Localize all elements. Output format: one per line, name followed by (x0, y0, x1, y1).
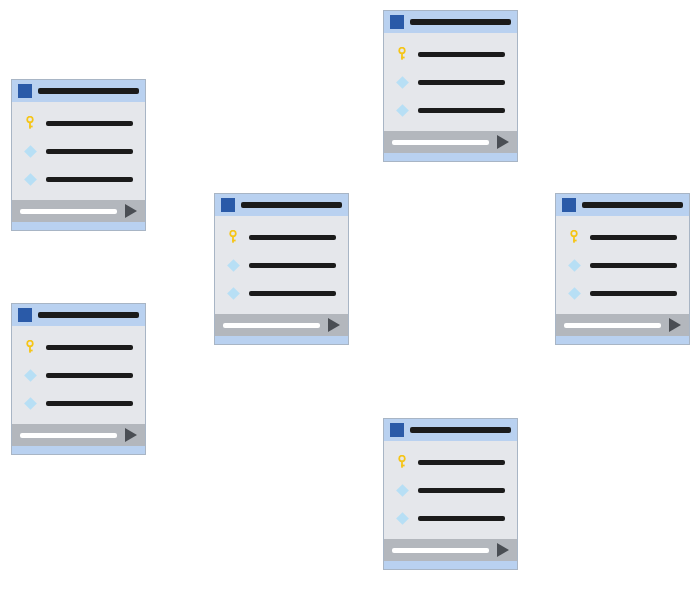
card-footer (384, 131, 517, 153)
field-line (249, 291, 336, 296)
card-footer (215, 314, 348, 336)
field-row (568, 258, 677, 272)
diamond-icon (227, 287, 240, 300)
footer-progress-bar (564, 323, 661, 328)
card-footer (12, 424, 145, 446)
key-icon (24, 116, 36, 130)
play-icon (125, 428, 137, 442)
header-title-bar (38, 312, 139, 318)
footer-progress-bar (223, 323, 320, 328)
diamond-icon (568, 259, 581, 272)
svg-rect-16 (573, 236, 575, 243)
field-line (418, 516, 505, 521)
diamond-icon (227, 258, 239, 272)
field-row (396, 483, 505, 497)
card-footer (384, 539, 517, 561)
field-line (418, 488, 505, 493)
diamond-icon (568, 286, 580, 300)
card-body (384, 441, 517, 539)
field-line (46, 121, 133, 126)
card-body (215, 216, 348, 314)
field-line (418, 80, 505, 85)
card-header (12, 304, 145, 326)
db-schema-diagram: { "cards": [ { "id": "card-1", "x": 11, … (0, 0, 700, 612)
card-base-strip (12, 222, 145, 230)
db-table-card (214, 193, 349, 345)
db-table-card (383, 10, 518, 162)
field-row (396, 103, 505, 117)
field-line (249, 263, 336, 268)
field-row (24, 340, 133, 354)
footer-progress-bar (20, 209, 117, 214)
diamond-icon (24, 369, 37, 382)
diamond-icon (24, 368, 36, 382)
header-accent-square (221, 198, 235, 212)
field-line (46, 373, 133, 378)
svg-rect-2 (29, 126, 33, 128)
svg-rect-10 (401, 53, 403, 60)
key-icon (396, 455, 408, 469)
field-row (227, 258, 336, 272)
key-icon (24, 340, 36, 354)
field-row (396, 511, 505, 525)
field-row (24, 116, 133, 130)
card-body (556, 216, 689, 314)
header-title-bar (241, 202, 342, 208)
field-row (227, 286, 336, 300)
play-icon (497, 543, 509, 557)
key-icon (227, 230, 239, 244)
svg-point-12 (399, 456, 405, 462)
svg-point-6 (230, 231, 236, 237)
db-table-card (555, 193, 690, 345)
svg-rect-1 (29, 122, 31, 129)
svg-point-15 (571, 231, 577, 237)
diamond-icon (24, 144, 36, 158)
field-line (418, 108, 505, 113)
db-table-card (383, 418, 518, 570)
diamond-icon (396, 103, 408, 117)
footer-progress-bar (392, 140, 489, 145)
field-row (396, 455, 505, 469)
card-header (384, 11, 517, 33)
diamond-icon (396, 76, 409, 89)
field-row (568, 286, 677, 300)
svg-rect-8 (232, 240, 236, 242)
card-header (215, 194, 348, 216)
field-line (46, 401, 133, 406)
field-row (396, 47, 505, 61)
footer-progress-bar (392, 548, 489, 553)
key-icon (24, 340, 36, 354)
field-line (590, 263, 677, 268)
diamond-icon (227, 259, 240, 272)
field-line (46, 177, 133, 182)
field-line (590, 291, 677, 296)
card-body (384, 33, 517, 131)
diamond-icon (396, 512, 409, 525)
diamond-icon (24, 397, 37, 410)
diamond-icon (568, 258, 580, 272)
field-row (396, 75, 505, 89)
header-accent-square (18, 308, 32, 322)
db-table-card (11, 303, 146, 455)
diamond-icon (24, 172, 36, 186)
card-body (12, 326, 145, 424)
header-accent-square (562, 198, 576, 212)
svg-rect-4 (29, 346, 31, 353)
card-base-strip (384, 561, 517, 569)
card-header (556, 194, 689, 216)
svg-point-0 (27, 117, 33, 123)
footer-progress-bar (20, 433, 117, 438)
card-base-strip (556, 336, 689, 344)
diamond-icon (227, 286, 239, 300)
card-base-strip (215, 336, 348, 344)
field-line (418, 460, 505, 465)
svg-rect-13 (401, 461, 403, 468)
key-icon (396, 455, 408, 469)
field-line (418, 52, 505, 57)
field-line (590, 235, 677, 240)
diamond-icon (396, 511, 408, 525)
diamond-icon (24, 173, 37, 186)
field-row (24, 368, 133, 382)
svg-point-9 (399, 48, 405, 54)
svg-rect-17 (573, 240, 577, 242)
